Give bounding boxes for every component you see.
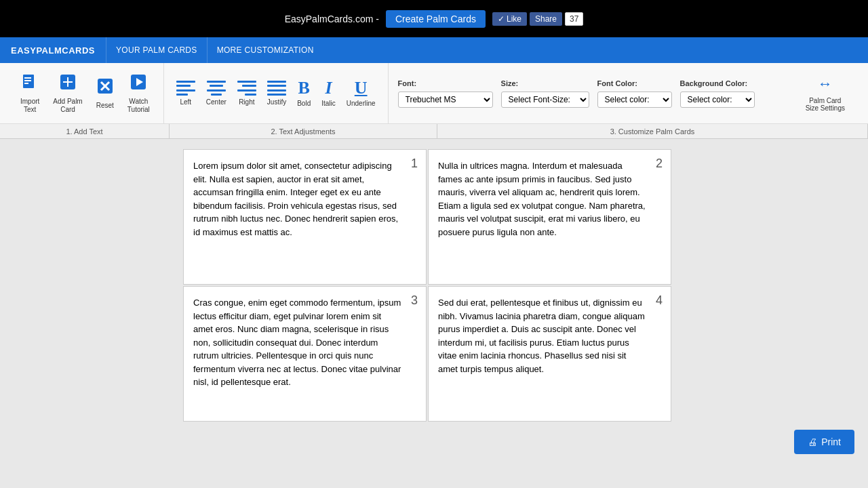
print-button[interactable]: 🖨 Print — [794, 430, 854, 454]
bold-button[interactable]: B Bold — [292, 75, 316, 111]
bg-color-label: Background Color: — [680, 79, 755, 87]
section-label-3: 3. Customize Palm Cards — [437, 124, 868, 138]
nav-logo: EASYPALMCARDS — [0, 37, 106, 63]
add-icon — [59, 73, 77, 95]
underline-label: Underline — [347, 100, 376, 107]
like-button[interactable]: ✓ Like — [492, 12, 527, 26]
align-right-icon — [237, 81, 256, 96]
import-text-label: ImportText — [20, 98, 39, 114]
bg-color-group: Background Color: Select color: WhiteYel… — [680, 79, 755, 108]
svg-rect-2 — [24, 80, 31, 81]
underline-button[interactable]: U Underline — [341, 75, 381, 111]
reset-icon — [96, 77, 114, 99]
card-number: 1 — [411, 157, 418, 171]
section-label-1: 1. Add Text — [0, 124, 170, 138]
font-group: Font: Trebuchet MS Arial Times New Roman… — [398, 79, 493, 108]
card-number: 3 — [411, 293, 418, 308]
card-text: Nulla in ultrices magna. Interdum et mal… — [438, 159, 661, 239]
font-select[interactable]: Trebuchet MS Arial Times New Roman Georg… — [398, 92, 493, 108]
align-right-label: Right — [239, 98, 254, 106]
checkmark-icon: ✓ — [498, 14, 505, 24]
watch-tutorial-label: WatchTutorial — [127, 98, 150, 114]
bg-color-select[interactable]: Select color: WhiteYellowPinkBlue — [680, 92, 755, 108]
align-justify-button[interactable]: Justify — [262, 77, 292, 110]
svg-rect-6 — [63, 81, 73, 83]
share-count: 37 — [565, 12, 583, 26]
add-text-section: ImportText Add PalmCard Reset — [7, 63, 164, 123]
palm-card: 2 Nulla in ultrices magna. Interdum et m… — [428, 149, 671, 285]
nav-bar: EASYPALMCARDS YOUR PALM CARDS MORE CUSTO… — [0, 37, 868, 63]
main-content: 1 Lorem ipsum dolor sit amet, consectetu… — [0, 139, 868, 488]
card-text: Lorem ipsum dolor sit amet, consectetur … — [193, 159, 416, 239]
arrow-icon: ↔ — [818, 75, 833, 93]
size-select[interactable]: Select Font-Size: 810121416 — [501, 92, 589, 108]
card-text: Cras congue, enim eget commodo fermentum… — [193, 296, 416, 389]
import-icon — [21, 73, 39, 95]
svg-rect-3 — [24, 83, 28, 84]
italic-label: Italic — [321, 100, 336, 107]
add-palm-card-button[interactable]: Add PalmCard — [46, 69, 89, 118]
align-right-button[interactable]: Right — [232, 77, 262, 110]
palm-card: 4 Sed dui erat, pellentesque et finibus … — [428, 286, 671, 422]
italic-button[interactable]: I Italic — [316, 75, 341, 111]
align-left-label: Left — [180, 98, 191, 106]
align-center-button[interactable]: Center — [201, 77, 232, 110]
palm-card-size-label: Palm CardSize Settings — [806, 97, 845, 112]
font-color-select[interactable]: Select color: BlackWhiteRedBlue — [597, 92, 672, 108]
import-text-button[interactable]: ImportText — [14, 69, 46, 118]
font-color-label: Font Color: — [597, 79, 672, 87]
cards-grid: 1 Lorem ipsum dolor sit amet, consectetu… — [183, 149, 671, 422]
size-label: Size: — [501, 79, 589, 87]
customize-section: Font: Trebuchet MS Arial Times New Roman… — [389, 63, 861, 123]
top-bar: EasyPalmCards.com - Create Palm Cards ✓ … — [0, 0, 868, 37]
printer-icon: 🖨 — [808, 436, 817, 447]
social-buttons: ✓ Like Share 37 — [492, 12, 583, 26]
font-label: Font: — [398, 79, 493, 87]
align-center-label: Center — [206, 98, 226, 106]
svg-rect-1 — [24, 77, 31, 79]
reset-label: Reset — [96, 102, 114, 110]
nav-your-palm-cards[interactable]: YOUR PALM CARDS — [106, 37, 207, 63]
nav-more-customization[interactable]: MORE CUSTOMIZATION — [207, 37, 323, 63]
play-icon — [130, 73, 147, 95]
size-group: Size: Select Font-Size: 810121416 — [501, 79, 589, 108]
text-adjustments-section: Left Center Right — [164, 63, 389, 123]
align-justify-icon — [267, 81, 286, 96]
site-text: EasyPalmCards.com - — [285, 14, 379, 24]
section-labels-bar: 1. Add Text 2. Text Adjustments 3. Custo… — [0, 124, 868, 139]
bold-label: Bold — [297, 100, 311, 107]
watch-tutorial-button[interactable]: WatchTutorial — [121, 69, 157, 118]
palm-card: 1 Lorem ipsum dolor sit amet, consectetu… — [183, 149, 427, 285]
palm-card-size-button[interactable]: ↔ Palm CardSize Settings — [799, 71, 852, 116]
align-center-icon — [207, 81, 226, 96]
create-palm-cards-button[interactable]: Create Palm Cards — [386, 10, 486, 28]
card-number: 4 — [656, 293, 663, 308]
align-left-button[interactable]: Left — [171, 77, 201, 110]
share-button[interactable]: Share — [530, 12, 562, 26]
toolbar: ImportText Add PalmCard Reset — [0, 63, 868, 124]
card-text: Sed dui erat, pellentesque et finibus ut… — [438, 296, 661, 375]
align-left-icon — [176, 81, 195, 96]
card-number: 2 — [656, 157, 663, 171]
add-palm-card-label: Add PalmCard — [53, 98, 82, 114]
align-justify-label: Justify — [267, 98, 286, 106]
bold-icon: B — [298, 79, 310, 97]
font-color-group: Font Color: Select color: BlackWhiteRedB… — [597, 79, 672, 108]
underline-icon: U — [355, 79, 368, 97]
section-label-2: 2. Text Adjustments — [170, 124, 437, 138]
reset-button[interactable]: Reset — [90, 73, 121, 114]
palm-card: 3 Cras congue, enim eget commodo ferment… — [183, 286, 427, 422]
italic-icon: I — [325, 79, 332, 97]
